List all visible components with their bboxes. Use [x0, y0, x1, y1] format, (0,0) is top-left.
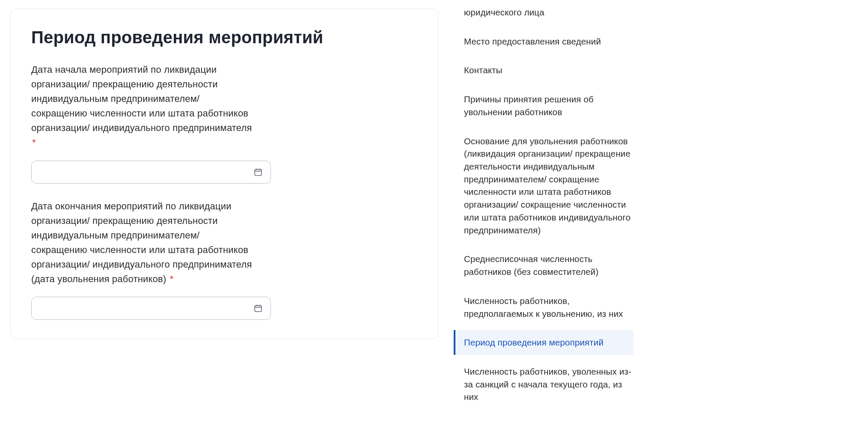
section-nav: юридического лица Место предоставления с… [454, 0, 633, 409]
nav-item-place-of-submission[interactable]: Место предоставления сведений [454, 29, 633, 54]
end-date-input-wrap[interactable] [31, 297, 271, 320]
field-start-date-label: Дата начала мероприятий по ликвидации ор… [31, 63, 254, 150]
nav-item-legal-entity[interactable]: юридического лица [454, 0, 633, 25]
form-title: Период проведения мероприятий [31, 28, 417, 47]
nav-item-dismissal-basis[interactable]: Основание для увольнения работников (лик… [454, 129, 633, 243]
end-date-input[interactable] [39, 304, 253, 313]
calendar-icon[interactable] [253, 304, 263, 313]
nav-item-contacts[interactable]: Контакты [454, 58, 633, 83]
nav-item-dismissal-reasons[interactable]: Причины принятия решения об увольнении р… [454, 87, 633, 124]
form-card: Период проведения мероприятий Дата начал… [10, 9, 438, 339]
field-start-date: Дата начала мероприятий по ликвидации ор… [31, 63, 417, 184]
svg-rect-4 [255, 306, 262, 312]
label-text: Дата окончания мероприятий по ликвидации… [31, 201, 252, 284]
label-text: Дата начала мероприятий по ликвидации ор… [31, 64, 252, 133]
field-end-date: Дата окончания мероприятий по ликвидации… [31, 199, 417, 320]
sidebar: юридического лица Место предоставления с… [454, 0, 868, 435]
required-marker: * [32, 137, 36, 148]
nav-item-headcount-to-dismiss[interactable]: Численность работников, предполагаемых к… [454, 289, 633, 326]
nav-item-average-headcount[interactable]: Среднесписочная численность работников (… [454, 247, 633, 284]
field-end-date-label: Дата окончания мероприятий по ликвидации… [31, 199, 254, 287]
nav-item-sanctions-dismissed[interactable]: Численность работников, уволенных из-за … [454, 359, 633, 409]
required-marker: * [170, 274, 174, 284]
svg-rect-0 [255, 169, 262, 175]
calendar-icon[interactable] [253, 167, 263, 177]
start-date-input-wrap[interactable] [31, 161, 271, 184]
nav-item-event-period[interactable]: Период проведения мероприятий [454, 330, 633, 355]
main-column: Период проведения мероприятий Дата начал… [0, 0, 454, 435]
page: Период проведения мероприятий Дата начал… [0, 0, 868, 435]
start-date-input[interactable] [39, 167, 253, 177]
